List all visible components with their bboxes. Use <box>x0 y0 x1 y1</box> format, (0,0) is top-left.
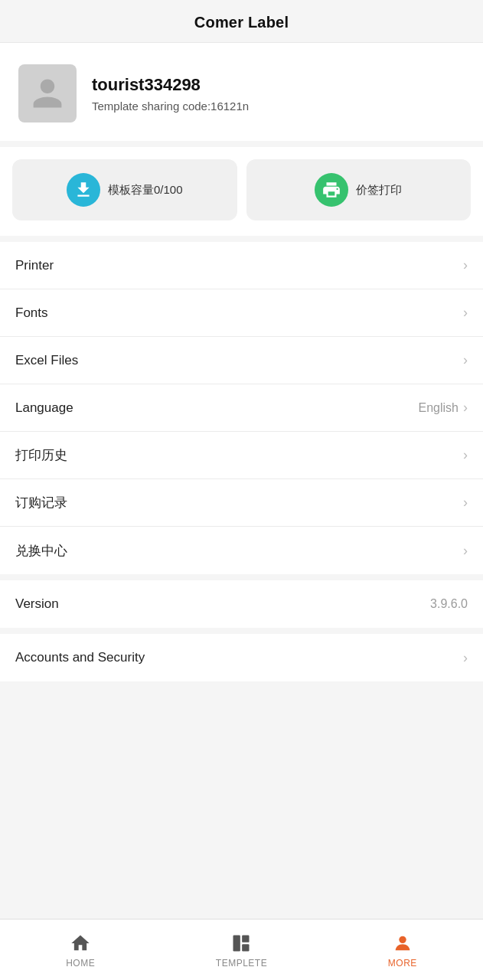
svg-rect-2 <box>243 944 250 951</box>
price-print-label: 价签打印 <box>356 183 402 198</box>
app-title: Comer Label <box>194 14 289 31</box>
accounts-section: Accounts and Security › <box>0 634 483 681</box>
version-label: Version <box>15 596 59 612</box>
fonts-chevron-icon: › <box>463 305 468 321</box>
version-section: Version 3.9.6.0 <box>0 580 483 628</box>
excel-files-chevron-icon: › <box>463 352 468 368</box>
profile-section: tourist334298 Template sharing code:1612… <box>0 43 483 147</box>
print-icon-circle <box>315 173 348 207</box>
profile-info: tourist334298 Template sharing code:1612… <box>92 75 249 113</box>
svg-point-3 <box>399 936 406 942</box>
printer-label: Printer <box>15 258 54 273</box>
download-icon-circle <box>67 173 100 207</box>
template-capacity-button[interactable]: 模板容量0/100 <box>12 159 237 220</box>
header: Comer Label <box>0 0 483 43</box>
menu-item-language[interactable]: Language English › <box>0 384 483 432</box>
language-label: Language <box>15 400 73 416</box>
nav-item-home[interactable]: HOME <box>0 932 161 969</box>
svg-rect-1 <box>243 935 250 942</box>
version-value: 3.9.6.0 <box>430 597 468 611</box>
language-chevron-icon: › <box>463 400 468 416</box>
quick-actions: 模板容量0/100 价签打印 <box>0 147 483 242</box>
avatar <box>18 64 77 122</box>
menu-item-exchange-center[interactable]: 兑换中心 › <box>0 527 483 574</box>
menu-item-excel-files[interactable]: Excel Files › <box>0 337 483 384</box>
exchange-center-chevron-icon: › <box>463 543 468 559</box>
price-print-button[interactable]: 价签打印 <box>246 159 472 220</box>
menu-section: Printer › Fonts › Excel Files › Language… <box>0 242 483 574</box>
print-history-label: 打印历史 <box>15 446 67 464</box>
nav-item-template[interactable]: TEMPLETE <box>161 932 321 969</box>
menu-item-print-history[interactable]: 打印历史 › <box>0 432 483 479</box>
menu-item-order-record[interactable]: 订购记录 › <box>0 479 483 527</box>
print-history-chevron-icon: › <box>463 447 468 463</box>
home-nav-icon <box>69 932 92 955</box>
user-icon <box>30 76 65 111</box>
accounts-chevron-icon: › <box>463 650 468 666</box>
printer-chevron-icon: › <box>463 257 468 273</box>
exchange-center-label: 兑换中心 <box>15 542 67 560</box>
menu-item-fonts[interactable]: Fonts › <box>0 289 483 337</box>
more-nav-icon <box>391 932 414 955</box>
bottom-nav: HOME TEMPLETE MORE <box>0 919 483 980</box>
excel-files-label: Excel Files <box>15 353 78 368</box>
menu-item-accounts[interactable]: Accounts and Security › <box>0 634 483 681</box>
version-item: Version 3.9.6.0 <box>0 580 483 628</box>
order-record-label: 订购记录 <box>15 494 67 511</box>
home-nav-label: HOME <box>66 958 95 969</box>
profile-username: tourist334298 <box>92 75 249 95</box>
accounts-label: Accounts and Security <box>15 650 145 665</box>
template-capacity-label: 模板容量0/100 <box>108 183 183 198</box>
template-nav-icon <box>230 932 253 955</box>
download-icon <box>73 180 93 200</box>
fonts-label: Fonts <box>15 305 48 321</box>
order-record-chevron-icon: › <box>463 495 468 511</box>
template-nav-label: TEMPLETE <box>216 958 267 969</box>
nav-item-more[interactable]: MORE <box>322 932 483 969</box>
profile-code: Template sharing code:16121n <box>92 100 249 113</box>
menu-item-printer[interactable]: Printer › <box>0 242 483 289</box>
more-nav-label: MORE <box>388 958 417 969</box>
language-value: English <box>419 401 459 415</box>
print-icon <box>321 180 341 200</box>
svg-rect-0 <box>233 935 240 951</box>
